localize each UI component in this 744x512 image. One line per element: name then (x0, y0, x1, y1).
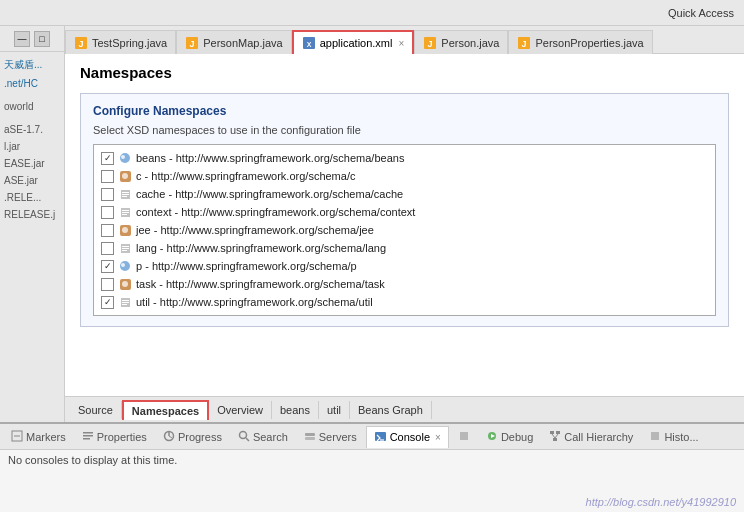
editor-tab[interactable]: Xapplication.xml× (292, 30, 415, 54)
namespace-text: beans - http://www.springframework.org/s… (136, 152, 404, 164)
console-tab[interactable]: Properties (75, 426, 154, 448)
namespace-item[interactable]: beans - http://www.springframework.org/s… (98, 149, 711, 167)
console-tab[interactable]: Call Hierarchy (542, 426, 640, 448)
svg-rect-48 (460, 432, 468, 440)
svg-point-13 (122, 173, 128, 179)
namespace-item[interactable]: jee - http://www.springframework.org/sch… (98, 221, 711, 239)
sidebar-label-item: l.jar (2, 139, 62, 154)
maximize-button[interactable]: □ (34, 31, 50, 47)
svg-rect-40 (83, 438, 90, 440)
sidebar-label-item: .net/HC (2, 76, 62, 91)
namespace-checkbox[interactable] (101, 206, 114, 219)
svg-text:X: X (306, 41, 311, 48)
namespace-checkbox[interactable] (101, 224, 114, 237)
namespace-item[interactable]: util - http://www.springframework.org/sc… (98, 293, 711, 311)
namespace-item[interactable]: c - http://www.springframework.org/schem… (98, 167, 711, 185)
svg-text:J: J (190, 39, 195, 49)
svg-rect-34 (122, 302, 129, 303)
tab-file-icon: X (302, 36, 316, 50)
namespace-text: task - http://www.springframework.org/sc… (136, 278, 385, 290)
svg-rect-20 (122, 212, 129, 213)
console-url: http://blog.csdn.net/y41992910 (8, 496, 736, 508)
namespace-icon (118, 259, 132, 273)
namespace-icon (118, 169, 132, 183)
namespace-item[interactable]: cache - http://www.springframework.org/s… (98, 185, 711, 203)
sidebar-label-item: RELEASE.j (2, 207, 62, 222)
console-area: MarkersPropertiesProgressSearchServersCo… (0, 422, 744, 512)
configure-namespaces-box: Configure Namespaces Select XSD namespac… (80, 93, 729, 327)
namespace-checkbox[interactable] (101, 278, 114, 291)
namespace-checkbox[interactable] (101, 170, 114, 183)
console-tab[interactable]: Servers (297, 426, 364, 448)
namespace-checkbox[interactable] (101, 260, 114, 273)
console-tab-label: Console (390, 431, 430, 443)
editor-tab[interactable]: JPersonProperties.java (508, 30, 652, 54)
svg-rect-33 (122, 300, 129, 301)
top-bar: Quick Access (0, 0, 744, 26)
editor-tab[interactable]: JPersonMap.java (176, 30, 292, 54)
svg-rect-51 (550, 431, 554, 434)
console-tab[interactable]: Histo... (642, 426, 705, 448)
tab-label: application.xml (320, 37, 393, 49)
sidebar-label-item: .RELE... (2, 190, 62, 205)
svg-rect-45 (305, 437, 315, 440)
console-tab-label: Properties (97, 431, 147, 443)
svg-point-42 (239, 431, 246, 438)
console-tab[interactable]: Progress (156, 426, 229, 448)
namespace-item[interactable]: task - http://www.springframework.org/sc… (98, 275, 711, 293)
console-tab[interactable]: Debug (479, 426, 540, 448)
editor-bottom-tab[interactable]: Namespaces (122, 400, 209, 420)
editor-bottom-tab[interactable]: Overview (209, 401, 272, 419)
console-tab-icon (549, 430, 561, 444)
console-tab-label: Servers (319, 431, 357, 443)
svg-rect-17 (122, 196, 127, 197)
left-sidebar: — □ 天威盾....net/HCoworldaSE-1.7.l.jarEASE… (0, 26, 65, 422)
configure-title: Configure Namespaces (93, 104, 716, 118)
svg-line-43 (246, 438, 249, 441)
console-tab[interactable]: Search (231, 426, 295, 448)
console-tab-icon (82, 430, 94, 444)
content-area: Namespaces Configure Namespaces Select X… (65, 54, 744, 396)
namespace-item[interactable]: lang - http://www.springframework.org/sc… (98, 239, 711, 257)
namespace-item[interactable]: p - http://www.springframework.org/schem… (98, 257, 711, 275)
svg-point-23 (122, 227, 128, 233)
svg-rect-26 (122, 248, 129, 249)
console-tab[interactable] (451, 426, 477, 448)
namespace-icon (118, 205, 132, 219)
editor-tab[interactable]: JTestSpring.java (65, 30, 176, 54)
sidebar-label-item: 天威盾... (2, 56, 62, 74)
editor-bottom-tab[interactable]: util (319, 401, 350, 419)
sidebar-top-controls: — □ (0, 26, 64, 52)
svg-rect-56 (651, 432, 659, 440)
tab-file-icon: J (185, 36, 199, 50)
namespace-checkbox[interactable] (101, 152, 114, 165)
editor-bottom-tab[interactable]: Source (70, 401, 122, 419)
editor-tab[interactable]: JPerson.java (414, 30, 508, 54)
svg-rect-38 (83, 432, 93, 434)
tab-label: PersonMap.java (203, 37, 283, 49)
quick-access-label: Quick Access (668, 7, 734, 19)
console-tab[interactable]: Console× (366, 426, 449, 448)
svg-line-55 (555, 434, 558, 438)
console-tab-close[interactable]: × (435, 432, 441, 443)
namespace-text: p - http://www.springframework.org/schem… (136, 260, 357, 272)
console-tab-label: Progress (178, 431, 222, 443)
no-consoles-label: No consoles to display at this time. (8, 454, 736, 466)
svg-rect-27 (122, 250, 127, 251)
namespace-checkbox[interactable] (101, 296, 114, 309)
namespace-item[interactable]: context - http://www.springframework.org… (98, 203, 711, 221)
editor-bottom-tab[interactable]: Beans Graph (350, 401, 432, 419)
namespace-checkbox[interactable] (101, 188, 114, 201)
svg-rect-44 (305, 433, 315, 436)
editor-bottom-tab[interactable]: beans (272, 401, 319, 419)
svg-rect-21 (122, 214, 127, 215)
namespace-checkbox[interactable] (101, 242, 114, 255)
tab-close-button[interactable]: × (398, 38, 404, 49)
tab-file-icon: J (423, 36, 437, 50)
namespace-icon (118, 295, 132, 309)
svg-rect-15 (122, 192, 129, 193)
sidebar-label-item: EASE.jar (2, 156, 62, 171)
namespace-text: util - http://www.springframework.org/sc… (136, 296, 373, 308)
console-tab[interactable]: Markers (4, 426, 73, 448)
minimize-button[interactable]: — (14, 31, 30, 47)
